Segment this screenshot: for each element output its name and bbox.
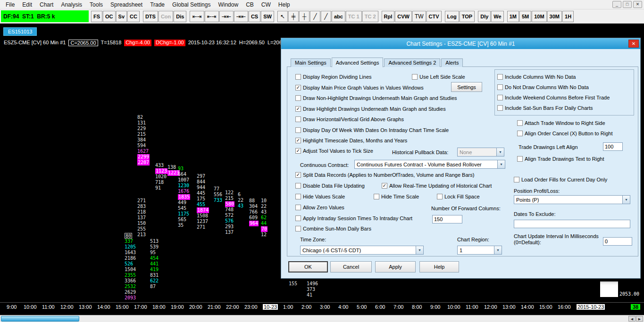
checkbox-attach-trade-window[interactable]: Attach Trade Window to Right Side: [517, 120, 605, 126]
toolbar-log[interactable]: Log: [445, 11, 459, 22]
scroll-right-icon[interactable]: ▶: [636, 316, 643, 322]
input-number-of-forward-columns[interactable]: [432, 215, 462, 223]
chevron-down-icon[interactable]: ▼: [622, 196, 630, 204]
toolbar-cs[interactable]: CS: [249, 11, 260, 22]
menu-tools[interactable]: Tools: [86, 0, 107, 9]
input-dates-to-exclude[interactable]: [514, 220, 630, 228]
toolbar-top[interactable]: TOP: [460, 11, 475, 22]
timeframe-1m[interactable]: 1M: [507, 11, 519, 22]
toolbar-sv[interactable]: Sv: [116, 11, 127, 22]
toolbar-dis[interactable]: Dis: [174, 11, 186, 22]
checkbox-apply-intraday-session-times[interactable]: Apply Intraday Session Times To Intraday…: [295, 215, 412, 221]
toolbar-rpl[interactable]: Rpl: [382, 11, 395, 22]
checkbox-disable-data-file-updating[interactable]: Disable Data File Updating: [295, 183, 365, 189]
chevron-down-icon[interactable]: ▼: [416, 246, 423, 254]
menu-file[interactable]: File: [2, 0, 18, 9]
menu-chart[interactable]: Chart: [36, 0, 57, 9]
checkbox-hide-time-scale[interactable]: Hide Time Scale: [374, 194, 419, 199]
checkbox-display-main-price-graph-values[interactable]: ✓Display Main Price Graph Values in Valu…: [295, 85, 424, 91]
scroll-left-icon[interactable]: ◀: [628, 316, 636, 322]
toolbar-con[interactable]: Con: [159, 11, 173, 22]
toolbar-sw[interactable]: SW: [261, 11, 274, 22]
cross-tool-icon[interactable]: ┼: [299, 11, 309, 22]
checkbox-combine-sun-mon-daily-bars[interactable]: Combine Sun-Mon Daily Bars: [295, 226, 371, 231]
checkbox-align-trade-drawings-text[interactable]: Align Trade Drawings Text to Right: [517, 156, 604, 162]
ray-tool-icon[interactable]: ╱: [321, 11, 331, 22]
tab-advanced-settings[interactable]: Advanced Settings: [332, 58, 384, 67]
menu-cb[interactable]: CB: [242, 0, 258, 9]
horizontal-scrollbar[interactable]: ◀ ▶: [0, 315, 644, 322]
timeframe-1h[interactable]: 1H: [562, 11, 574, 22]
chevron-down-icon[interactable]: ▼: [496, 148, 504, 156]
checkbox-adjust-tool-values[interactable]: ✓Adjust Tool Values to Tick Size: [295, 148, 373, 154]
help-button[interactable]: Help: [419, 261, 459, 272]
toolbar-dly[interactable]: Dly: [478, 11, 491, 22]
toolbar-tc2[interactable]: TC 2: [362, 11, 378, 22]
checkbox-display-day-of-week[interactable]: Display Day Of Week With Dates On Intrad…: [295, 127, 449, 133]
expand-range-icon[interactable]: ⇤⇥: [205, 11, 219, 22]
menu-cw[interactable]: CW: [258, 0, 275, 9]
text-tool-button[interactable]: abc: [332, 11, 345, 22]
checkbox-split-data-records[interactable]: ✓Split Data Records (Applies to NumberOf…: [295, 172, 474, 178]
cancel-button[interactable]: Cancel: [330, 261, 372, 272]
toolbar-ctv[interactable]: CTV: [427, 11, 442, 22]
toolbar-cc[interactable]: CC: [127, 11, 140, 22]
input-trade-drawings-left-align[interactable]: [603, 142, 623, 151]
checkbox-draw-non-highlight-drawings[interactable]: Draw Non-Highlight Drawings Underneath M…: [295, 95, 457, 101]
checkbox-hide-values-scale[interactable]: Hide Values Scale: [295, 194, 345, 199]
scrollbar-thumb[interactable]: [1, 316, 79, 322]
checkbox-align-order-cancel-button[interactable]: Align Order Cancel (X) Button to Right: [517, 131, 612, 136]
checkbox-include-sat-sun-bars[interactable]: Include Sat-Sun Bars For Daily Charts: [497, 105, 593, 111]
menu-help[interactable]: Help: [275, 0, 294, 9]
checkbox-highlight-timescale-dates[interactable]: ✓Highlight Timescale Dates, Months and Y…: [295, 138, 407, 143]
checkbox-use-left-side-scale[interactable]: Use Left Side Scale: [412, 74, 465, 80]
chevron-down-icon[interactable]: ▼: [497, 160, 505, 168]
restore-window-button[interactable]: □: [623, 1, 632, 8]
tab-advanced-settings-2[interactable]: Advanced Settings 2: [384, 58, 440, 67]
toolbar-fs[interactable]: FS: [91, 11, 102, 22]
checkbox-draw-highlight-drawings[interactable]: ✓Draw Highlight Drawings Underneath Main…: [295, 106, 446, 112]
toolbar-tc1[interactable]: TC 1: [346, 11, 362, 22]
close-window-button[interactable]: ✕: [633, 1, 642, 8]
checkbox-lock-fill-space[interactable]: Lock Fill Space: [437, 194, 480, 199]
combo-position-profit-loss[interactable]: Points (P)▼: [514, 195, 630, 204]
combo-continuous-contract[interactable]: Continuous Futures Contract - Volume Bas…: [354, 160, 505, 169]
toolbar-oc[interactable]: OC: [103, 11, 116, 22]
tab-alerts[interactable]: Alerts: [441, 58, 463, 67]
trade-window-icon[interactable]: TW: [412, 11, 426, 22]
checkbox-allow-zero-values[interactable]: Allow Zero Values: [295, 205, 344, 210]
combo-chart-region[interactable]: 1▼: [457, 246, 502, 255]
compress-scale-icon[interactable]: ⇥⇤: [219, 11, 234, 22]
ok-button[interactable]: OK: [288, 261, 328, 272]
checkbox-allow-realtime-updating[interactable]: ✓Allow Real-Time Updating of Historical …: [382, 183, 492, 189]
combo-historical-pullback-data[interactable]: None▼: [457, 148, 504, 157]
close-icon[interactable]: ✕: [628, 40, 639, 48]
menu-trade[interactable]: Trade: [146, 0, 168, 9]
checkbox-include-columns-with-no-data[interactable]: Include Columns With No Data: [497, 74, 576, 80]
checkbox-display-region-dividing-lines[interactable]: Display Region Dividing Lines: [295, 74, 372, 80]
apply-button[interactable]: Apply: [375, 261, 416, 272]
settings-button[interactable]: Settings: [451, 82, 482, 92]
menu-window[interactable]: Window: [214, 0, 242, 9]
input-chart-update-interval[interactable]: [603, 237, 632, 246]
toolbar-dts[interactable]: DTS: [143, 11, 158, 22]
timeframe-10m[interactable]: 10M: [532, 11, 546, 22]
pointer-tool-icon[interactable]: ↖: [277, 11, 288, 22]
menu-spreadsheet[interactable]: Spreadsheet: [107, 0, 146, 9]
timeframe-5m[interactable]: 5M: [519, 11, 531, 22]
checkbox-load-order-fills[interactable]: Load Order Fills for Current Day Only: [514, 177, 607, 182]
tab-main-settings[interactable]: Main Settings: [291, 58, 331, 67]
menu-global-settings[interactable]: Global Settings: [168, 0, 214, 9]
chart-tab[interactable]: ES151013: [3, 27, 37, 36]
compress-range-icon[interactable]: ⇥⇤: [234, 11, 248, 22]
expand-scale-icon[interactable]: ⇤⇥: [190, 11, 204, 22]
toolbar-we[interactable]: We: [491, 11, 503, 22]
combo-time-zone[interactable]: Chicago (-6 CST/-5 CDT)▼: [300, 246, 424, 255]
checkbox-include-weekend-columns[interactable]: Include Weekend Columns Before First Tra…: [497, 95, 610, 100]
menu-analysis[interactable]: Analysis: [57, 0, 86, 9]
toolbar-cvw[interactable]: CVW: [395, 11, 412, 22]
line-tool-icon[interactable]: ╱: [310, 11, 320, 22]
chevron-down-icon[interactable]: ▼: [494, 246, 502, 254]
dialog-title-bar[interactable]: Chart Settings - ESZ5-CME [CV] 60 Min #1…: [281, 38, 640, 49]
crosshair-tool-icon[interactable]: ╪: [288, 11, 299, 22]
